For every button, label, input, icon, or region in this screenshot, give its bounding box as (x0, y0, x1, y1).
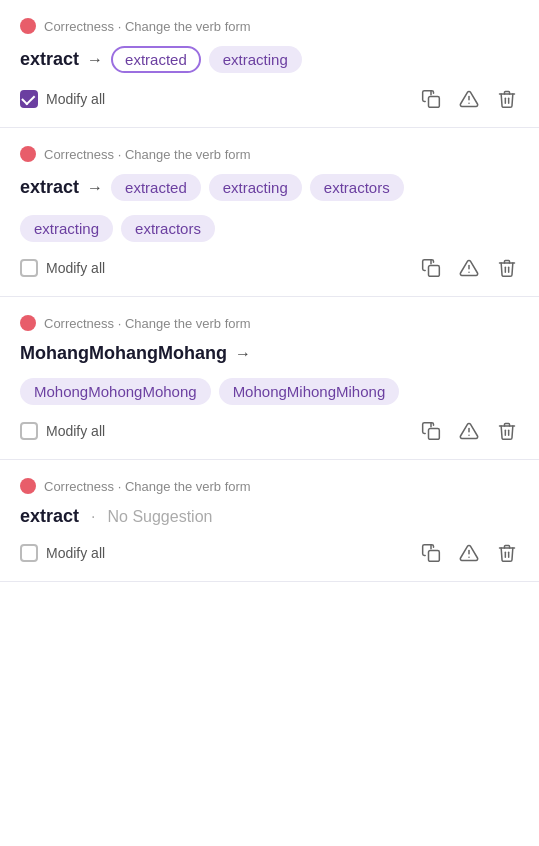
suggestion-card-3: Correctness · Change the verb form Mohan… (0, 297, 539, 460)
copy-icon-4[interactable] (419, 541, 443, 565)
warning-icon-1[interactable] (457, 87, 481, 111)
action-icons-2 (419, 256, 519, 280)
trash-icon-4[interactable] (495, 541, 519, 565)
arrow-icon-3: → (235, 345, 251, 363)
verb-row-1: extract → extracted extracting (20, 46, 519, 73)
modify-all-label-2: Modify all (46, 260, 105, 276)
card-footer-4: Modify all (20, 541, 519, 565)
suggestion-chip-2-3[interactable]: extracting (20, 215, 113, 242)
suggestion-chip-1-1[interactable]: extracting (209, 46, 302, 73)
suggestion-chip-3-0[interactable]: MohongMohongMohong (20, 378, 211, 405)
suggestion-chip-2-4[interactable]: extractors (121, 215, 215, 242)
card-title-4: Correctness · Change the verb form (44, 479, 251, 494)
arrow-icon-1: → (87, 51, 103, 69)
card-header-1: Correctness · Change the verb form (20, 18, 519, 34)
svg-rect-4 (429, 266, 440, 277)
suggestion-chip-3-1[interactable]: MohongMihongMihong (219, 378, 400, 405)
arrow-icon-2: → (87, 179, 103, 197)
modify-all-checkbox-1[interactable] (20, 90, 38, 108)
copy-icon-3[interactable] (419, 419, 443, 443)
modify-all-label-1: Modify all (46, 91, 105, 107)
dot-icon-3 (20, 315, 36, 331)
warning-icon-3[interactable] (457, 419, 481, 443)
suggestion-card-1: Correctness · Change the verb form extra… (0, 0, 539, 128)
card-footer-1: Modify all (20, 87, 519, 111)
modify-all-label-3: Modify all (46, 423, 105, 439)
suggestion-card-4: Correctness · Change the verb form extra… (0, 460, 539, 582)
copy-icon-1[interactable] (419, 87, 443, 111)
card-footer-3: Modify all (20, 419, 519, 443)
warning-icon-2[interactable] (457, 256, 481, 280)
suggestion-card-2: Correctness · Change the verb form extra… (0, 128, 539, 297)
svg-rect-12 (429, 551, 440, 562)
svg-rect-8 (429, 429, 440, 440)
suggestion-chip-1-0[interactable]: extracted (111, 46, 201, 73)
card-header-3: Correctness · Change the verb form (20, 315, 519, 331)
card-title-2: Correctness · Change the verb form (44, 147, 251, 162)
card-header-2: Correctness · Change the verb form (20, 146, 519, 162)
trash-icon-3[interactable] (495, 419, 519, 443)
verb-row-2: extract → extracted extracting extractor… (20, 174, 519, 201)
modify-all-checkbox-4[interactable] (20, 544, 38, 562)
verb-row-2b: extracting extractors (20, 215, 519, 242)
modify-all-label-4: Modify all (46, 545, 105, 561)
suggestion-chip-2-1[interactable]: extracting (209, 174, 302, 201)
svg-rect-0 (429, 97, 440, 108)
dot-icon-4 (20, 478, 36, 494)
dot-icon-2 (20, 146, 36, 162)
suggestion-chip-2-0[interactable]: extracted (111, 174, 201, 201)
card-title-1: Correctness · Change the verb form (44, 19, 251, 34)
modify-all-checkbox-3[interactable] (20, 422, 38, 440)
original-word-4: extract (20, 506, 79, 527)
verb-row-4: extract · No Suggestion (20, 506, 519, 527)
warning-icon-4[interactable] (457, 541, 481, 565)
original-word-2: extract (20, 177, 79, 198)
original-word-1: extract (20, 49, 79, 70)
card-title-3: Correctness · Change the verb form (44, 316, 251, 331)
suggestion-chip-2-2[interactable]: extractors (310, 174, 404, 201)
action-icons-3 (419, 419, 519, 443)
modify-all-3: Modify all (20, 422, 105, 440)
modify-all-2: Modify all (20, 259, 105, 277)
modify-all-checkbox-2[interactable] (20, 259, 38, 277)
trash-icon-2[interactable] (495, 256, 519, 280)
card-header-4: Correctness · Change the verb form (20, 478, 519, 494)
modify-all-4: Modify all (20, 544, 105, 562)
modify-all-1: Modify all (20, 90, 105, 108)
card-footer-2: Modify all (20, 256, 519, 280)
no-suggestion-text: No Suggestion (108, 508, 213, 526)
verb-row-3: MohangMohangMohang → (20, 343, 519, 364)
action-icons-1 (419, 87, 519, 111)
action-icons-4 (419, 541, 519, 565)
dot-icon-1 (20, 18, 36, 34)
verb-row-3b: MohongMohongMohong MohongMihongMihong (20, 378, 519, 405)
no-suggestion-separator: · (91, 508, 95, 526)
copy-icon-2[interactable] (419, 256, 443, 280)
original-word-3: MohangMohangMohang (20, 343, 227, 364)
trash-icon-1[interactable] (495, 87, 519, 111)
